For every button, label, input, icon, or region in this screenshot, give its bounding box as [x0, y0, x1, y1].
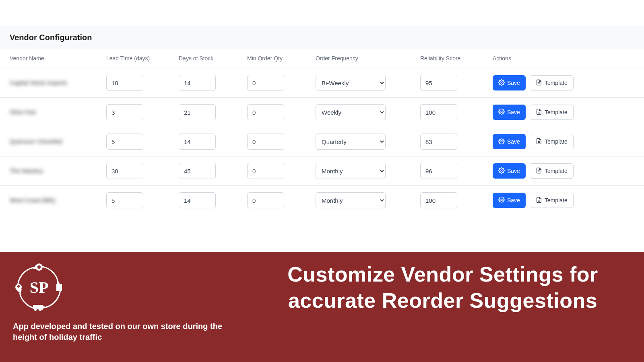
reliability-score-input[interactable]: [420, 75, 457, 91]
save-label: Save: [507, 138, 520, 145]
min-order-input[interactable]: [247, 163, 284, 179]
table-row: Olive FedWeeklySaveTemplate: [0, 98, 644, 127]
vendor-name-cell: Quinnson Chorefed: [10, 138, 62, 145]
gear-icon: [498, 167, 505, 175]
lead-time-input[interactable]: [106, 104, 143, 120]
days-stock-input[interactable]: [179, 75, 216, 91]
template-label: Template: [545, 168, 568, 174]
template-button[interactable]: Template: [530, 105, 574, 120]
reliability-score-input[interactable]: [420, 134, 457, 150]
panel-title: Vendor Configuration: [10, 33, 634, 42]
svg-point-0: [501, 82, 502, 83]
template-button[interactable]: Template: [530, 75, 574, 90]
min-order-input[interactable]: [247, 134, 284, 150]
reliability-score-input[interactable]: [420, 104, 457, 120]
svg-point-9: [501, 170, 502, 171]
reliability-score-input[interactable]: [420, 192, 457, 208]
save-button[interactable]: Save: [493, 105, 526, 120]
lead-time-input[interactable]: [106, 75, 143, 91]
document-icon: [536, 138, 542, 146]
table-row: West Coast BBQMonthlySaveTemplate: [0, 186, 644, 215]
days-stock-input[interactable]: [179, 134, 216, 150]
col-order-frequency: Order Frequency: [306, 49, 411, 68]
reliability-score-input[interactable]: [420, 163, 457, 179]
footer-left: SP App developed and tested on our own s…: [13, 261, 238, 343]
save-button[interactable]: Save: [493, 134, 526, 149]
days-stock-input[interactable]: [179, 104, 216, 120]
save-label: Save: [507, 197, 520, 204]
save-label: Save: [507, 109, 520, 115]
days-stock-input[interactable]: [179, 163, 216, 179]
table-row: The MasteryMonthlySaveTemplate: [0, 156, 644, 186]
table-row: Quinnson ChorefedQuarterlySaveTemplate: [0, 127, 644, 156]
order-frequency-select[interactable]: Weekly: [316, 104, 386, 120]
template-label: Template: [545, 80, 568, 86]
gear-icon: [498, 109, 505, 116]
min-order-input[interactable]: [247, 192, 284, 208]
template-button[interactable]: Template: [530, 134, 574, 149]
min-order-input[interactable]: [247, 104, 284, 120]
template-button[interactable]: Template: [530, 193, 574, 208]
order-frequency-select[interactable]: Monthly: [316, 192, 386, 208]
footer-headline: Customize Vendor Settings for accurate R…: [254, 261, 631, 314]
save-button[interactable]: Save: [493, 75, 526, 90]
vendor-name-cell: Olive Fed: [10, 109, 35, 115]
svg-point-3: [501, 111, 502, 113]
lead-time-input[interactable]: [106, 134, 143, 150]
svg-point-26: [39, 309, 41, 311]
col-reliability: Reliability Score: [411, 49, 483, 68]
col-vendor-name: Vendor Name: [0, 49, 97, 68]
order-frequency-select[interactable]: Bi-Weekly: [316, 75, 386, 91]
table-row: Capital Stock ImportsBi-WeeklySaveTempla…: [0, 68, 644, 98]
save-button[interactable]: Save: [493, 163, 526, 179]
col-min-order: Min Order Qty: [237, 49, 306, 68]
panel-header: Vendor Configuration: [0, 26, 644, 49]
vendor-name-cell: Capital Stock Imports: [10, 79, 67, 86]
save-label: Save: [507, 80, 520, 86]
svg-rect-24: [33, 305, 43, 309]
template-button[interactable]: Template: [530, 163, 574, 179]
svg-point-25: [34, 309, 37, 311]
footer-tagline: App developed and tested on our own stor…: [13, 321, 238, 343]
gear-icon: [498, 138, 505, 146]
svg-point-6: [501, 140, 502, 142]
document-icon: [536, 109, 542, 116]
svg-point-22: [17, 285, 20, 288]
table-header-row: Vendor Name Lead Time (days) Days of Sto…: [0, 49, 644, 68]
days-stock-input[interactable]: [179, 192, 216, 208]
document-icon: [536, 197, 542, 204]
lead-time-input[interactable]: [106, 163, 143, 179]
svg-text:SP: SP: [30, 278, 49, 296]
document-icon: [536, 167, 542, 175]
vendor-name-cell: The Mastery: [10, 167, 43, 174]
gear-icon: [498, 197, 505, 204]
col-actions: Actions: [483, 49, 644, 68]
svg-point-12: [501, 199, 502, 201]
sp-logo: SP: [13, 261, 65, 314]
template-label: Template: [545, 197, 568, 204]
col-lead-time: Lead Time (days): [97, 49, 169, 68]
footer-banner: SP App developed and tested on our own s…: [0, 252, 644, 362]
order-frequency-select[interactable]: Quarterly: [316, 134, 386, 150]
save-button[interactable]: Save: [493, 193, 526, 208]
document-icon: [536, 79, 542, 87]
vendor-name-cell: West Coast BBQ: [10, 197, 55, 204]
save-label: Save: [507, 168, 520, 174]
top-spacer: [0, 0, 644, 26]
footer-right: Customize Vendor Settings for accurate R…: [254, 261, 631, 314]
vendor-table-wrap: Vendor Name Lead Time (days) Days of Sto…: [0, 49, 644, 215]
col-days-stock: Days of Stock: [169, 49, 237, 68]
template-label: Template: [545, 109, 568, 115]
gear-icon: [498, 79, 505, 87]
min-order-input[interactable]: [247, 75, 284, 91]
svg-point-20: [37, 265, 41, 269]
svg-rect-23: [56, 284, 62, 291]
template-label: Template: [545, 138, 568, 145]
vendor-table: Vendor Name Lead Time (days) Days of Sto…: [0, 49, 644, 215]
lead-time-input[interactable]: [106, 192, 143, 208]
order-frequency-select[interactable]: Monthly: [316, 163, 386, 179]
